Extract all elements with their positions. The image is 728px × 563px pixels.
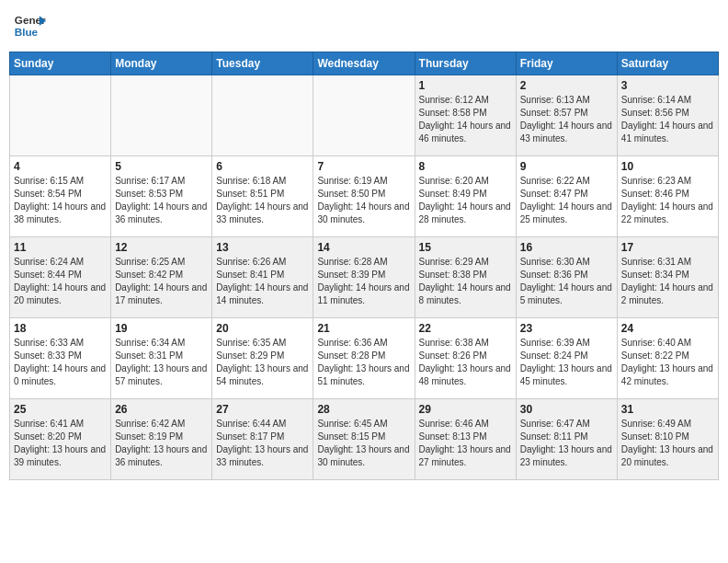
calendar-cell: 17Sunrise: 6:31 AMSunset: 8:34 PMDayligh…: [617, 237, 718, 318]
day-number: 17: [621, 241, 714, 254]
day-info: Sunrise: 6:17 AMSunset: 8:53 PMDaylight:…: [115, 175, 208, 226]
day-info: Sunrise: 6:22 AMSunset: 8:47 PMDaylight:…: [520, 175, 613, 226]
day-info: Sunrise: 6:24 AMSunset: 8:44 PMDaylight:…: [14, 256, 107, 307]
day-info: Sunrise: 6:30 AMSunset: 8:36 PMDaylight:…: [520, 256, 613, 307]
day-info: Sunrise: 6:34 AMSunset: 8:31 PMDaylight:…: [115, 337, 208, 388]
day-info: Sunrise: 6:38 AMSunset: 8:26 PMDaylight:…: [419, 337, 512, 388]
day-number: 7: [317, 160, 410, 173]
day-info: Sunrise: 6:14 AMSunset: 8:56 PMDaylight:…: [621, 94, 714, 145]
day-info: Sunrise: 6:41 AMSunset: 8:20 PMDaylight:…: [14, 418, 107, 469]
calendar-cell: 27Sunrise: 6:44 AMSunset: 8:17 PMDayligh…: [212, 399, 313, 480]
calendar-cell: 23Sunrise: 6:39 AMSunset: 8:24 PMDayligh…: [516, 318, 617, 399]
day-number: 12: [115, 241, 208, 254]
day-number: 15: [419, 241, 512, 254]
day-info: Sunrise: 6:46 AMSunset: 8:13 PMDaylight:…: [419, 418, 512, 469]
calendar-cell: 29Sunrise: 6:46 AMSunset: 8:13 PMDayligh…: [415, 399, 516, 480]
calendar-cell: 8Sunrise: 6:20 AMSunset: 8:49 PMDaylight…: [415, 156, 516, 237]
day-number: 20: [216, 322, 309, 335]
calendar-cell: 10Sunrise: 6:23 AMSunset: 8:46 PMDayligh…: [617, 156, 718, 237]
day-info: Sunrise: 6:40 AMSunset: 8:22 PMDaylight:…: [621, 337, 714, 388]
calendar-cell: 26Sunrise: 6:42 AMSunset: 8:19 PMDayligh…: [111, 399, 212, 480]
calendar-cell: 18Sunrise: 6:33 AMSunset: 8:33 PMDayligh…: [10, 318, 111, 399]
calendar-cell: 14Sunrise: 6:28 AMSunset: 8:39 PMDayligh…: [313, 237, 415, 318]
weekday-header-monday: Monday: [111, 52, 212, 75]
day-info: Sunrise: 6:18 AMSunset: 8:51 PMDaylight:…: [216, 175, 309, 226]
day-number: 9: [520, 160, 613, 173]
day-number: 5: [115, 160, 208, 173]
day-number: 4: [14, 160, 107, 173]
day-info: Sunrise: 6:26 AMSunset: 8:41 PMDaylight:…: [216, 256, 309, 307]
day-info: Sunrise: 6:20 AMSunset: 8:49 PMDaylight:…: [419, 175, 512, 226]
week-row-5: 25Sunrise: 6:41 AMSunset: 8:20 PMDayligh…: [10, 399, 719, 480]
day-info: Sunrise: 6:29 AMSunset: 8:38 PMDaylight:…: [419, 256, 512, 307]
day-info: Sunrise: 6:25 AMSunset: 8:42 PMDaylight:…: [115, 256, 208, 307]
week-row-3: 11Sunrise: 6:24 AMSunset: 8:44 PMDayligh…: [10, 237, 719, 318]
day-info: Sunrise: 6:28 AMSunset: 8:39 PMDaylight:…: [317, 256, 410, 307]
weekday-header-friday: Friday: [516, 52, 617, 75]
calendar-cell: 7Sunrise: 6:19 AMSunset: 8:50 PMDaylight…: [313, 156, 415, 237]
day-number: 30: [520, 403, 613, 416]
calendar-cell: 2Sunrise: 6:13 AMSunset: 8:57 PMDaylight…: [516, 75, 617, 156]
calendar-cell: 3Sunrise: 6:14 AMSunset: 8:56 PMDaylight…: [617, 75, 718, 156]
weekday-header-saturday: Saturday: [617, 52, 718, 75]
day-info: Sunrise: 6:19 AMSunset: 8:50 PMDaylight:…: [317, 175, 410, 226]
day-number: 29: [419, 403, 512, 416]
weekday-header-thursday: Thursday: [415, 52, 516, 75]
calendar-cell: 1Sunrise: 6:12 AMSunset: 8:58 PMDaylight…: [415, 75, 516, 156]
day-number: 25: [14, 403, 107, 416]
day-info: Sunrise: 6:13 AMSunset: 8:57 PMDaylight:…: [520, 94, 613, 145]
week-row-4: 18Sunrise: 6:33 AMSunset: 8:33 PMDayligh…: [10, 318, 719, 399]
calendar-cell: 12Sunrise: 6:25 AMSunset: 8:42 PMDayligh…: [111, 237, 212, 318]
logo-icon: General Blue: [13, 9, 46, 42]
day-number: 2: [520, 79, 613, 92]
calendar-cell: 24Sunrise: 6:40 AMSunset: 8:22 PMDayligh…: [617, 318, 718, 399]
day-info: Sunrise: 6:39 AMSunset: 8:24 PMDaylight:…: [520, 337, 613, 388]
day-number: 6: [216, 160, 309, 173]
calendar-cell: 19Sunrise: 6:34 AMSunset: 8:31 PMDayligh…: [111, 318, 212, 399]
calendar-cell: 6Sunrise: 6:18 AMSunset: 8:51 PMDaylight…: [212, 156, 313, 237]
day-info: Sunrise: 6:49 AMSunset: 8:10 PMDaylight:…: [621, 418, 714, 469]
day-info: Sunrise: 6:42 AMSunset: 8:19 PMDaylight:…: [115, 418, 208, 469]
calendar-cell: 13Sunrise: 6:26 AMSunset: 8:41 PMDayligh…: [212, 237, 313, 318]
day-number: 31: [621, 403, 714, 416]
day-number: 23: [520, 322, 613, 335]
day-info: Sunrise: 6:33 AMSunset: 8:33 PMDaylight:…: [14, 337, 107, 388]
day-info: Sunrise: 6:31 AMSunset: 8:34 PMDaylight:…: [621, 256, 714, 307]
day-number: 11: [14, 241, 107, 254]
day-info: Sunrise: 6:23 AMSunset: 8:46 PMDaylight:…: [621, 175, 714, 226]
day-number: 10: [621, 160, 714, 173]
weekday-header-tuesday: Tuesday: [212, 52, 313, 75]
calendar-cell: [111, 75, 212, 156]
day-number: 21: [317, 322, 410, 335]
day-number: 22: [419, 322, 512, 335]
day-info: Sunrise: 6:45 AMSunset: 8:15 PMDaylight:…: [317, 418, 410, 469]
day-number: 26: [115, 403, 208, 416]
day-number: 24: [621, 322, 714, 335]
calendar-cell: 9Sunrise: 6:22 AMSunset: 8:47 PMDaylight…: [516, 156, 617, 237]
weekday-header-sunday: Sunday: [10, 52, 111, 75]
calendar-cell: 16Sunrise: 6:30 AMSunset: 8:36 PMDayligh…: [516, 237, 617, 318]
page-header: General Blue: [9, 9, 719, 42]
day-number: 28: [317, 403, 410, 416]
day-info: Sunrise: 6:36 AMSunset: 8:28 PMDaylight:…: [317, 337, 410, 388]
day-number: 8: [419, 160, 512, 173]
svg-text:Blue: Blue: [15, 26, 39, 38]
calendar-cell: 11Sunrise: 6:24 AMSunset: 8:44 PMDayligh…: [10, 237, 111, 318]
day-number: 27: [216, 403, 309, 416]
weekday-header-wednesday: Wednesday: [313, 52, 415, 75]
week-row-2: 4Sunrise: 6:15 AMSunset: 8:54 PMDaylight…: [10, 156, 719, 237]
calendar-cell: 20Sunrise: 6:35 AMSunset: 8:29 PMDayligh…: [212, 318, 313, 399]
calendar-cell: 22Sunrise: 6:38 AMSunset: 8:26 PMDayligh…: [415, 318, 516, 399]
calendar-cell: 28Sunrise: 6:45 AMSunset: 8:15 PMDayligh…: [313, 399, 415, 480]
calendar-cell: 4Sunrise: 6:15 AMSunset: 8:54 PMDaylight…: [10, 156, 111, 237]
logo: General Blue: [13, 9, 46, 42]
calendar-cell: 5Sunrise: 6:17 AMSunset: 8:53 PMDaylight…: [111, 156, 212, 237]
calendar-cell: 25Sunrise: 6:41 AMSunset: 8:20 PMDayligh…: [10, 399, 111, 480]
day-info: Sunrise: 6:47 AMSunset: 8:11 PMDaylight:…: [520, 418, 613, 469]
day-number: 13: [216, 241, 309, 254]
day-info: Sunrise: 6:15 AMSunset: 8:54 PMDaylight:…: [14, 175, 107, 226]
day-info: Sunrise: 6:12 AMSunset: 8:58 PMDaylight:…: [419, 94, 512, 145]
calendar-cell: [10, 75, 111, 156]
calendar-cell: 21Sunrise: 6:36 AMSunset: 8:28 PMDayligh…: [313, 318, 415, 399]
day-number: 18: [14, 322, 107, 335]
